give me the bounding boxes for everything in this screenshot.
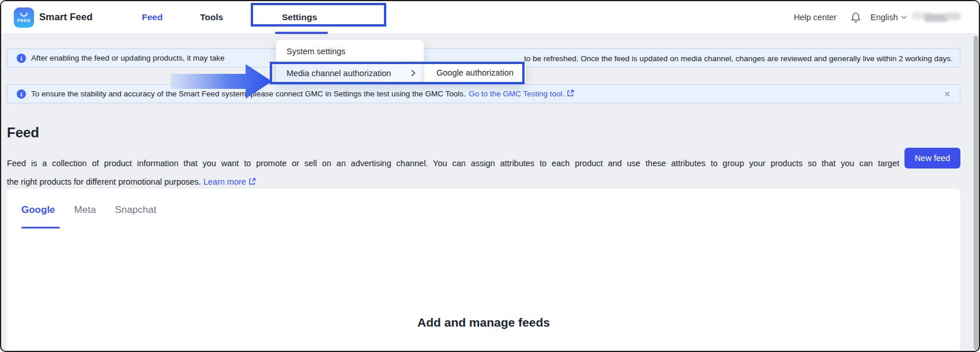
- nav-item-settings[interactable]: Settings: [282, 12, 317, 23]
- bag-handle-icon: [20, 13, 28, 17]
- add-manage-feeds-heading: Add and manage feeds: [7, 316, 960, 329]
- refresh-banner-text-left: After enabling the feed or updating prod…: [31, 54, 224, 62]
- system-settings-label: System settings: [287, 47, 345, 56]
- info-icon: i: [17, 89, 26, 99]
- submenu-item-google-authorization[interactable]: Google authorization: [424, 62, 526, 84]
- google-tab-active-indicator: [21, 227, 60, 229]
- help-center-link[interactable]: Help center: [794, 13, 836, 22]
- info-icon: i: [17, 54, 26, 63]
- redacted-block: [925, 14, 948, 22]
- page-title: Feed: [7, 125, 39, 141]
- smart-feed-logo-icon: FEED: [14, 8, 34, 28]
- external-link-icon: [567, 89, 574, 99]
- menu-item-media-channel-authorization[interactable]: Media channel authorization: [276, 63, 424, 84]
- feed-description-line1: Feed is a collection of product informat…: [7, 155, 899, 173]
- settings-active-indicator: [275, 32, 328, 34]
- feeds-card: Google Meta Snapchat Add and manage feed…: [7, 189, 960, 352]
- tab-snapchat[interactable]: Snapchat: [115, 204, 156, 216]
- user-account-redacted[interactable]: [912, 12, 960, 23]
- gmc-info-banner: i To ensure the stability and accuracy o…: [7, 84, 960, 103]
- new-feed-button[interactable]: New feed: [904, 148, 960, 168]
- tab-google[interactable]: Google: [21, 204, 55, 216]
- submenu-arrow-icon: [411, 69, 416, 78]
- menu-item-system-settings[interactable]: System settings: [276, 40, 424, 63]
- gmc-banner-text: To ensure the stability and accuracy of …: [31, 89, 466, 98]
- learn-more-link[interactable]: Learn more: [203, 177, 256, 186]
- notification-bell-icon[interactable]: [851, 12, 861, 25]
- redacted-block: [945, 13, 960, 20]
- nav-item-feed[interactable]: Feed: [142, 12, 163, 23]
- tab-meta[interactable]: Meta: [74, 204, 96, 216]
- close-icon[interactable]: ✕: [944, 89, 951, 99]
- gmc-testing-tool-link[interactable]: Go to the GMC Testing tool.: [469, 89, 574, 99]
- learn-more-label: Learn more: [203, 177, 246, 186]
- smart-feed-app-window: FEED Smart Feed Feed Tools Settings Help…: [0, 0, 980, 352]
- refresh-banner-text-right: to be refreshed. Once the feed is update…: [524, 54, 953, 62]
- nav-item-tools[interactable]: Tools: [200, 12, 223, 23]
- gmc-link-label: Go to the GMC Testing tool.: [469, 89, 564, 98]
- settings-dropdown-menu: System settings Media channel authorizat…: [276, 40, 424, 84]
- channel-tabs: Google Meta Snapchat: [21, 204, 156, 216]
- logo-label: FEED: [17, 18, 31, 23]
- feed-description-line2-text: the right products for different promoti…: [7, 177, 201, 186]
- app-title: Smart Feed: [39, 12, 93, 23]
- language-selector[interactable]: English: [870, 13, 907, 22]
- chevron-down-icon: [901, 16, 907, 19]
- language-label: English: [870, 13, 898, 22]
- media-channel-authorization-label: Media channel authorization: [287, 69, 391, 78]
- vertical-scrollbar[interactable]: [974, 36, 978, 350]
- top-nav-bar: FEED Smart Feed Feed Tools Settings Help…: [1, 1, 979, 34]
- feed-description: Feed is a collection of product informat…: [7, 155, 899, 192]
